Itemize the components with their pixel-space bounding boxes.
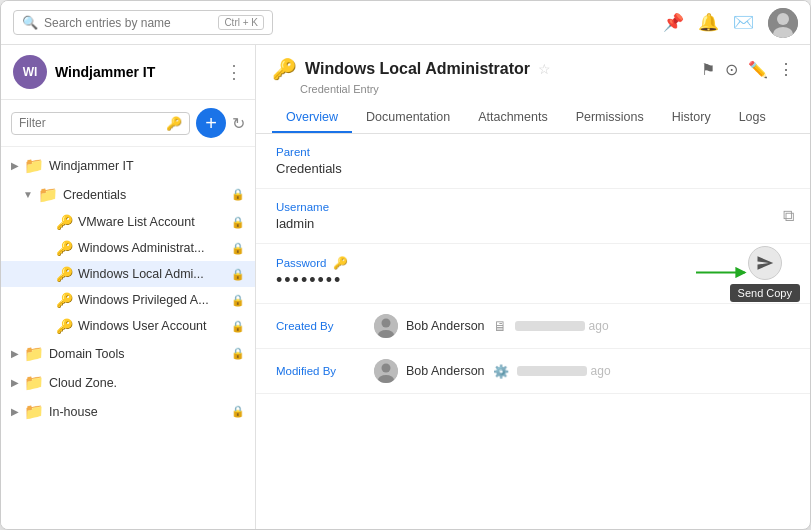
chevron-right-icon: ▶ (11, 377, 19, 388)
time-placeholder (515, 321, 585, 331)
lock-icon: 🔒 (231, 268, 245, 281)
created-by-avatar (374, 314, 398, 338)
record-icon[interactable]: ⊙ (725, 60, 738, 79)
tree-item-windows-priv[interactable]: 🔑 Windows Privileged A... 🔒 (1, 287, 255, 313)
tab-logs[interactable]: Logs (725, 103, 780, 133)
send-copy-button[interactable] (748, 246, 782, 280)
tab-documentation[interactable]: Documentation (352, 103, 464, 133)
send-copy-area: Send Copy (730, 246, 800, 302)
edit-icon[interactable]: ✏️ (748, 60, 768, 79)
sidebar: WI Windjammer IT ⋮ 🔑 + ↻ ▶ 📁 Windjammer (1, 45, 256, 529)
entry-title-row: 🔑 Windows Local Administrator ☆ ⚑ ⊙ ✏️ ⋮ (272, 57, 794, 81)
tree-item-in-house[interactable]: ▶ 📁 In-house 🔒 (1, 397, 255, 426)
meta-row-modified: Modified By Bob Anderson ⚙️ ago (256, 349, 810, 394)
user-avatar[interactable] (768, 8, 798, 38)
modified-time: ago (517, 364, 611, 378)
copy-username-button[interactable]: ⧉ (783, 207, 794, 225)
sidebar-tree: ▶ 📁 Windjammer IT ▼ 📁 Credentials 🔒 🔑 VM… (1, 147, 255, 529)
sidebar-menu-icon[interactable]: ⋮ (225, 61, 243, 83)
send-copy-tooltip: Send Copy (730, 284, 800, 302)
tree-item-label: Windows User Account (78, 319, 226, 333)
tree-item-label: Windows Privileged A... (78, 293, 226, 307)
folder-icon: 📁 (24, 373, 44, 392)
tree-item-label: Windjammer IT (49, 159, 245, 173)
meta-row-created: Created By Bob Anderson 🖥 ago (256, 304, 810, 349)
device-icon: 🖥 (493, 318, 507, 334)
modified-by-label: Modified By (276, 365, 366, 377)
right-panel: 🔑 Windows Local Administrator ☆ ⚑ ⊙ ✏️ ⋮… (256, 45, 810, 529)
modified-by-name: Bob Anderson (406, 364, 485, 378)
ago-label: ago (589, 319, 609, 333)
mail-icon[interactable]: ✉️ (733, 12, 754, 33)
org-name: Windjammer IT (55, 64, 217, 80)
search-box[interactable]: 🔍 Ctrl + K (13, 10, 273, 35)
chevron-right-icon: ▶ (11, 160, 19, 171)
tree-item-label: Cloud Zone. (49, 376, 245, 390)
lock-icon: 🔒 (231, 405, 245, 418)
notification-bell-icon[interactable]: 🔔 (698, 12, 719, 33)
field-value-parent: Credentials (276, 161, 790, 176)
top-icons: 📌 🔔 ✉️ (663, 8, 798, 38)
pin-icon[interactable]: 📌 (663, 12, 684, 33)
lock-icon: 🔒 (231, 294, 245, 307)
filter-input[interactable] (19, 116, 162, 130)
tree-item-label: In-house (49, 405, 226, 419)
folder-icon: 📁 (24, 156, 44, 175)
tree-item-label: Windows Administrat... (78, 241, 226, 255)
key-icon: 🔑 (56, 240, 73, 256)
app-window: 🔍 Ctrl + K 📌 🔔 ✉️ WI W (0, 0, 811, 530)
filter-input-wrap[interactable]: 🔑 (11, 112, 190, 135)
top-bar: 🔍 Ctrl + K 📌 🔔 ✉️ (1, 1, 810, 45)
folder-icon: 📁 (24, 402, 44, 421)
tree-item-cloud-zone[interactable]: ▶ 📁 Cloud Zone. (1, 368, 255, 397)
device-icon: ⚙️ (493, 364, 509, 379)
created-by-label: Created By (276, 320, 366, 332)
password-key-icon: 🔑 (333, 256, 348, 270)
main-layout: WI Windjammer IT ⋮ 🔑 + ↻ ▶ 📁 Windjammer (1, 45, 810, 529)
chevron-right-icon: ▶ (11, 348, 19, 359)
flag-icon[interactable]: ⚑ (701, 60, 715, 79)
key-icon: 🔑 (56, 318, 73, 334)
tab-history[interactable]: History (658, 103, 725, 133)
entry-actions: ⚑ ⊙ ✏️ ⋮ (701, 60, 794, 79)
search-icon: 🔍 (22, 15, 38, 30)
tree-item-vmware-list[interactable]: 🔑 VMware List Account 🔒 (1, 209, 255, 235)
lock-icon: 🔒 (231, 347, 245, 360)
refresh-button[interactable]: ↻ (232, 114, 245, 133)
svg-point-6 (382, 319, 391, 328)
modified-by-avatar (374, 359, 398, 383)
tree-item-windows-local[interactable]: 🔑 Windows Local Admi... 🔒 (1, 261, 255, 287)
filter-key-icon: 🔑 (166, 116, 182, 131)
sidebar-header: WI Windjammer IT ⋮ (1, 45, 255, 100)
add-button[interactable]: + (196, 108, 226, 138)
more-options-icon[interactable]: ⋮ (778, 60, 794, 79)
tab-permissions[interactable]: Permissions (562, 103, 658, 133)
lock-icon: 🔒 (231, 188, 245, 201)
field-row-password: Password 🔑 •••••••• (256, 244, 810, 304)
key-icon: 🔑 (56, 292, 73, 308)
tree-item-domain-tools[interactable]: ▶ 📁 Domain Tools 🔒 (1, 339, 255, 368)
svg-point-1 (777, 13, 789, 25)
folder-icon: 📁 (38, 185, 58, 204)
lock-icon: 🔒 (231, 216, 245, 229)
tab-attachments[interactable]: Attachments (464, 103, 561, 133)
tree-item-windjammer-it[interactable]: ▶ 📁 Windjammer IT (1, 151, 255, 180)
key-icon: 🔑 (56, 214, 73, 230)
tree-item-label: VMware List Account (78, 215, 226, 229)
entry-title: Windows Local Administrator (305, 60, 530, 78)
tab-overview[interactable]: Overview (272, 103, 352, 133)
tree-item-windows-user[interactable]: 🔑 Windows User Account 🔒 (1, 313, 255, 339)
chevron-right-icon: ▶ (11, 406, 19, 417)
star-icon[interactable]: ☆ (538, 61, 551, 77)
field-label-password: Password (276, 257, 327, 269)
search-input[interactable] (44, 16, 212, 30)
tree-item-windows-admin[interactable]: 🔑 Windows Administrat... 🔒 (1, 235, 255, 261)
tabs-row: Overview Documentation Attachments Permi… (272, 103, 794, 133)
chevron-down-icon: ▼ (23, 189, 33, 200)
org-avatar: WI (13, 55, 47, 89)
sidebar-filter-row: 🔑 + ↻ (1, 100, 255, 147)
search-shortcut: Ctrl + K (218, 15, 264, 30)
entry-header: 🔑 Windows Local Administrator ☆ ⚑ ⊙ ✏️ ⋮… (256, 45, 810, 134)
tree-item-credentials[interactable]: ▼ 📁 Credentials 🔒 (1, 180, 255, 209)
created-by-name: Bob Anderson (406, 319, 485, 333)
